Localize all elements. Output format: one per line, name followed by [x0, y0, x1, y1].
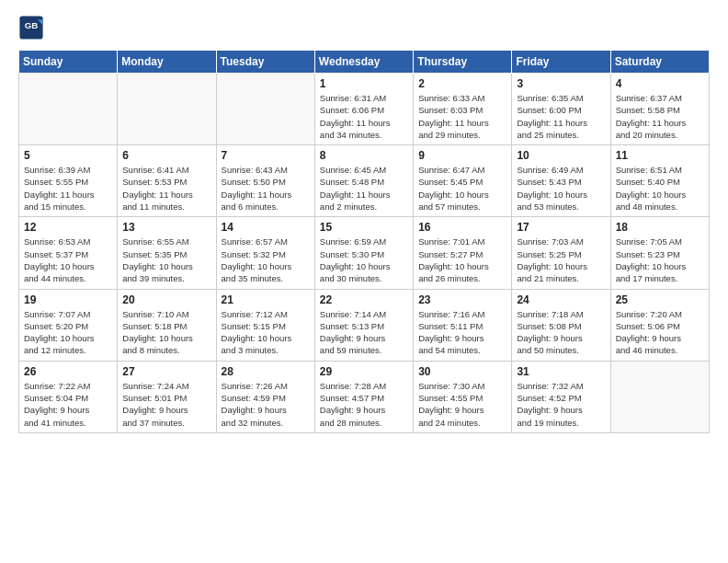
calendar-cell [610, 361, 709, 432]
day-number: 12 [24, 221, 112, 234]
day-info: Sunrise: 7:22 AM Sunset: 5:04 PM Dayligh… [24, 380, 112, 429]
calendar-cell [216, 74, 314, 145]
day-number: 24 [517, 293, 605, 306]
calendar-cell: 5Sunrise: 6:39 AM Sunset: 5:55 PM Daylig… [19, 145, 118, 217]
day-number: 23 [418, 293, 506, 306]
weekday-header-sunday: Sunday [19, 51, 118, 74]
calendar-week-2: 5Sunrise: 6:39 AM Sunset: 5:55 PM Daylig… [19, 145, 710, 217]
day-info: Sunrise: 7:12 AM Sunset: 5:15 PM Dayligh… [222, 308, 310, 357]
calendar-cell: 22Sunrise: 7:14 AM Sunset: 5:13 PM Dayli… [314, 289, 413, 361]
weekday-header-friday: Friday [512, 51, 610, 74]
day-info: Sunrise: 6:49 AM Sunset: 5:43 PM Dayligh… [517, 164, 605, 213]
calendar-cell: 13Sunrise: 6:55 AM Sunset: 5:35 PM Dayli… [118, 217, 216, 289]
day-number: 9 [418, 149, 506, 162]
calendar-cell: 4Sunrise: 6:37 AM Sunset: 5:58 PM Daylig… [610, 74, 709, 145]
day-info: Sunrise: 6:41 AM Sunset: 5:53 PM Dayligh… [122, 164, 210, 213]
calendar-week-1: 1Sunrise: 6:31 AM Sunset: 6:06 PM Daylig… [19, 74, 710, 145]
day-info: Sunrise: 7:05 AM Sunset: 5:23 PM Dayligh… [616, 236, 704, 284]
day-info: Sunrise: 6:37 AM Sunset: 5:58 PM Dayligh… [616, 92, 704, 141]
day-number: 6 [122, 149, 210, 162]
day-number: 16 [418, 221, 506, 234]
day-number: 15 [320, 221, 408, 234]
day-number: 25 [616, 293, 704, 306]
day-number: 21 [222, 293, 310, 306]
weekday-header-monday: Monday [118, 51, 216, 74]
calendar-cell [118, 74, 216, 145]
calendar-cell: 8Sunrise: 6:45 AM Sunset: 5:48 PM Daylig… [314, 145, 413, 217]
calendar-cell: 27Sunrise: 7:24 AM Sunset: 5:01 PM Dayli… [118, 361, 216, 432]
day-number: 10 [517, 149, 605, 162]
logo-icon: GB [18, 15, 44, 40]
calendar-cell: 12Sunrise: 6:53 AM Sunset: 5:37 PM Dayli… [19, 217, 118, 289]
calendar-cell: 16Sunrise: 7:01 AM Sunset: 5:27 PM Dayli… [414, 217, 512, 289]
day-info: Sunrise: 7:18 AM Sunset: 5:08 PM Dayligh… [517, 308, 605, 357]
day-number: 27 [122, 365, 210, 378]
day-number: 5 [24, 149, 112, 162]
day-number: 1 [320, 77, 408, 90]
header: GB [18, 15, 710, 40]
calendar-cell: 17Sunrise: 7:03 AM Sunset: 5:25 PM Dayli… [512, 217, 610, 289]
weekday-header-thursday: Thursday [414, 51, 512, 74]
calendar-cell: 7Sunrise: 6:43 AM Sunset: 5:50 PM Daylig… [216, 145, 314, 217]
day-info: Sunrise: 6:45 AM Sunset: 5:48 PM Dayligh… [320, 164, 408, 213]
day-info: Sunrise: 6:57 AM Sunset: 5:32 PM Dayligh… [222, 236, 310, 284]
day-info: Sunrise: 6:43 AM Sunset: 5:50 PM Dayligh… [222, 164, 310, 213]
calendar-week-3: 12Sunrise: 6:53 AM Sunset: 5:37 PM Dayli… [19, 217, 710, 289]
day-info: Sunrise: 7:03 AM Sunset: 5:25 PM Dayligh… [517, 236, 605, 284]
day-info: Sunrise: 7:16 AM Sunset: 5:11 PM Dayligh… [418, 308, 506, 357]
day-info: Sunrise: 7:32 AM Sunset: 4:52 PM Dayligh… [517, 380, 605, 429]
day-number: 19 [24, 293, 112, 306]
calendar-cell: 10Sunrise: 6:49 AM Sunset: 5:43 PM Dayli… [512, 145, 610, 217]
day-info: Sunrise: 6:39 AM Sunset: 5:55 PM Dayligh… [24, 164, 112, 213]
calendar-cell: 28Sunrise: 7:26 AM Sunset: 4:59 PM Dayli… [216, 361, 314, 432]
weekday-header-wednesday: Wednesday [314, 51, 413, 74]
day-number: 28 [222, 365, 310, 378]
day-info: Sunrise: 7:24 AM Sunset: 5:01 PM Dayligh… [122, 380, 210, 429]
logo: GB [18, 15, 48, 40]
day-number: 8 [320, 149, 408, 162]
day-number: 14 [222, 221, 310, 234]
day-number: 29 [320, 365, 408, 378]
calendar-cell: 15Sunrise: 6:59 AM Sunset: 5:30 PM Dayli… [314, 217, 413, 289]
calendar-cell: 23Sunrise: 7:16 AM Sunset: 5:11 PM Dayli… [414, 289, 512, 361]
day-info: Sunrise: 7:07 AM Sunset: 5:20 PM Dayligh… [24, 308, 112, 357]
day-info: Sunrise: 6:55 AM Sunset: 5:35 PM Dayligh… [122, 236, 210, 284]
calendar-week-5: 26Sunrise: 7:22 AM Sunset: 5:04 PM Dayli… [19, 361, 710, 432]
day-number: 17 [517, 221, 605, 234]
calendar-cell: 3Sunrise: 6:35 AM Sunset: 6:00 PM Daylig… [512, 74, 610, 145]
day-info: Sunrise: 7:28 AM Sunset: 4:57 PM Dayligh… [320, 380, 408, 429]
day-info: Sunrise: 6:33 AM Sunset: 6:03 PM Dayligh… [418, 92, 506, 141]
day-number: 22 [320, 293, 408, 306]
calendar-cell: 11Sunrise: 6:51 AM Sunset: 5:40 PM Dayli… [610, 145, 709, 217]
calendar-cell: 14Sunrise: 6:57 AM Sunset: 5:32 PM Dayli… [216, 217, 314, 289]
day-info: Sunrise: 6:31 AM Sunset: 6:06 PM Dayligh… [320, 92, 408, 141]
calendar-cell: 26Sunrise: 7:22 AM Sunset: 5:04 PM Dayli… [19, 361, 118, 432]
weekday-header-tuesday: Tuesday [216, 51, 314, 74]
calendar-cell: 31Sunrise: 7:32 AM Sunset: 4:52 PM Dayli… [512, 361, 610, 432]
day-info: Sunrise: 7:30 AM Sunset: 4:55 PM Dayligh… [418, 380, 506, 429]
day-info: Sunrise: 6:51 AM Sunset: 5:40 PM Dayligh… [616, 164, 704, 213]
day-info: Sunrise: 7:26 AM Sunset: 4:59 PM Dayligh… [222, 380, 310, 429]
day-number: 30 [418, 365, 506, 378]
calendar-cell: 6Sunrise: 6:41 AM Sunset: 5:53 PM Daylig… [118, 145, 216, 217]
day-number: 4 [616, 77, 704, 90]
calendar-cell: 29Sunrise: 7:28 AM Sunset: 4:57 PM Dayli… [314, 361, 413, 432]
calendar-cell: 21Sunrise: 7:12 AM Sunset: 5:15 PM Dayli… [216, 289, 314, 361]
day-info: Sunrise: 7:14 AM Sunset: 5:13 PM Dayligh… [320, 308, 408, 357]
day-number: 11 [616, 149, 704, 162]
day-info: Sunrise: 6:53 AM Sunset: 5:37 PM Dayligh… [24, 236, 112, 284]
day-info: Sunrise: 6:35 AM Sunset: 6:00 PM Dayligh… [517, 92, 605, 141]
day-number: 3 [517, 77, 605, 90]
main-container: GB SundayMondayTuesdayWednesdayThursdayF… [0, 0, 728, 442]
weekday-header-row: SundayMondayTuesdayWednesdayThursdayFrid… [19, 51, 710, 74]
day-info: Sunrise: 6:59 AM Sunset: 5:30 PM Dayligh… [320, 236, 408, 284]
calendar-table: SundayMondayTuesdayWednesdayThursdayFrid… [18, 50, 710, 433]
day-info: Sunrise: 7:01 AM Sunset: 5:27 PM Dayligh… [418, 236, 506, 284]
calendar-cell: 25Sunrise: 7:20 AM Sunset: 5:06 PM Dayli… [610, 289, 709, 361]
calendar-cell: 9Sunrise: 6:47 AM Sunset: 5:45 PM Daylig… [414, 145, 512, 217]
day-info: Sunrise: 7:10 AM Sunset: 5:18 PM Dayligh… [122, 308, 210, 357]
day-number: 26 [24, 365, 112, 378]
calendar-cell [19, 74, 118, 145]
day-number: 13 [122, 221, 210, 234]
svg-text:GB: GB [25, 20, 39, 30]
